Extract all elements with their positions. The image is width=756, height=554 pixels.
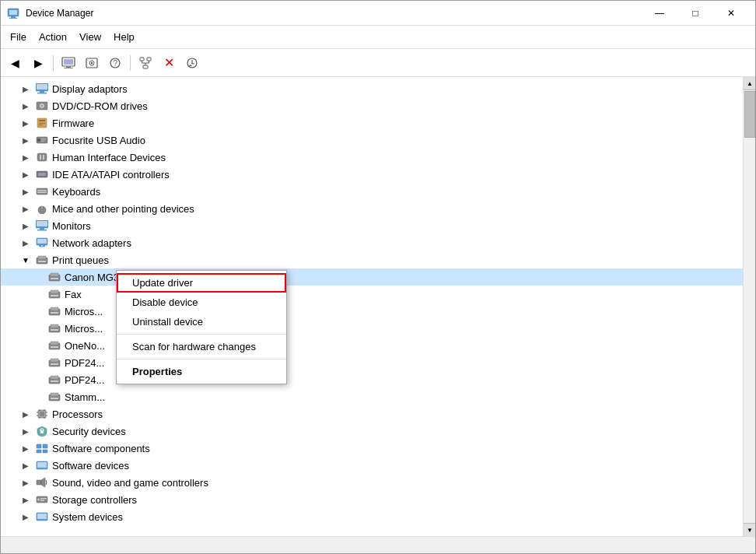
scroll-up[interactable]: ▲ (744, 77, 755, 90)
tree-item-ms-xps[interactable]: ▶ Micros... (1, 320, 743, 337)
network-icon (35, 237, 49, 249)
tree-item-stammtisch[interactable]: ▶ Stamm... (1, 388, 743, 405)
tree-item-onenote[interactable]: ▶ OneNo... (1, 337, 743, 354)
expand-monitors[interactable]: ▶ (19, 219, 32, 232)
toolbar-back[interactable]: ◀ (4, 53, 26, 73)
expand-storage[interactable]: ▶ (19, 493, 32, 506)
menu-file[interactable]: File (4, 28, 33, 46)
expand-network[interactable]: ▶ (19, 237, 32, 249)
tree-item-canon[interactable]: ▶ Canon MG3600 series Printer (Kanie 1) (1, 268, 743, 286)
hid-icon (35, 151, 49, 163)
expand-sound[interactable]: ▶ (19, 476, 32, 489)
expand-software-devices[interactable]: ▶ (19, 459, 32, 472)
label-storage: Storage controllers (52, 494, 137, 506)
tree-item-pdf24[interactable]: ▶ PDF24... (1, 354, 743, 371)
toolbar-help[interactable]: ? (104, 53, 126, 73)
ctx-update-driver[interactable]: Update driver (117, 273, 286, 293)
tree-item-storage[interactable]: ▶ Storage controllers (1, 491, 743, 508)
firmware-icon (35, 117, 49, 129)
tree-item-pdf24-fax[interactable]: ▶ PDF24... (1, 371, 743, 388)
svg-rect-49 (37, 230, 47, 231)
svg-point-70 (57, 310, 58, 311)
svg-point-82 (57, 361, 58, 363)
tree-item-software-components[interactable]: ▶ Software components (1, 440, 743, 457)
tree-item-monitors[interactable]: ▶ Monitors (1, 217, 743, 234)
svg-point-33 (37, 138, 40, 142)
scroll-thumb[interactable] (744, 91, 755, 138)
menu-view[interactable]: View (73, 28, 107, 46)
expand-firmware[interactable]: ▶ (19, 117, 32, 129)
toolbar-show-hidden[interactable] (81, 53, 103, 73)
svg-rect-2 (11, 16, 16, 18)
toolbar-device-manager[interactable] (58, 53, 79, 73)
ctx-uninstall-device[interactable]: Uninstall device (117, 312, 286, 331)
svg-rect-7 (64, 68, 73, 68)
svg-marker-111 (41, 478, 45, 487)
expand-focusrite[interactable]: ▶ (19, 134, 32, 146)
expand-dvd[interactable]: ▶ (19, 100, 32, 112)
label-security: Security devices (52, 426, 126, 437)
window-title: Device Manager (26, 8, 642, 19)
tree-item-processors[interactable]: ▶ Processors (1, 405, 743, 423)
svg-rect-117 (37, 514, 47, 519)
tree-item-print-queues[interactable]: ▼ Print queues (1, 251, 743, 268)
tree-item-sound[interactable]: ▶ Sound, video and game controllers (1, 474, 743, 491)
expand-display-adaptors[interactable]: ▶ (19, 82, 32, 95)
tree-item-fax[interactable]: ▶ Fax (1, 286, 743, 303)
label-system: System devices (52, 511, 123, 523)
expand-hid[interactable]: ▶ (19, 151, 32, 163)
tree-item-system[interactable]: ▶ System devices (1, 508, 743, 525)
tree-item-firmware[interactable]: ▶ Firmware (1, 114, 743, 131)
tree-item-keyboards[interactable]: ▶ Keyboards (1, 183, 743, 200)
expand-mice[interactable]: ▶ (19, 202, 32, 215)
expand-system[interactable]: ▶ (19, 510, 32, 523)
svg-rect-65 (51, 295, 58, 296)
scroll-down[interactable]: ▼ (744, 523, 755, 536)
tree-item-focusrite[interactable]: ▶ Focusrite USB Audio (1, 131, 743, 149)
mice-icon (35, 202, 49, 215)
maximize-button[interactable]: □ (677, 1, 713, 26)
toolbar-delete[interactable]: ✕ (158, 53, 180, 73)
menu-help[interactable]: Help (107, 28, 141, 46)
label-hid: Human Interface Devices (52, 152, 166, 163)
toolbar-update[interactable] (181, 53, 203, 73)
expand-keyboards[interactable]: ▶ (19, 185, 32, 198)
tree-item-hid[interactable]: ▶ Human Interface Devices (1, 149, 743, 166)
toolbar-forward[interactable]: ▶ (27, 53, 49, 73)
expand-print-queues[interactable]: ▼ (19, 254, 32, 266)
content-area: ▶ Display adaptors ▶ DVD/CD-ROM drives ▶… (1, 77, 755, 536)
device-tree[interactable]: ▶ Display adaptors ▶ DVD/CD-ROM drives ▶… (1, 77, 743, 536)
expand-ide[interactable]: ▶ (19, 168, 32, 181)
tree-item-network[interactable]: ▶ Network adapters (1, 234, 743, 251)
ctx-disable-device[interactable]: Disable device (117, 293, 286, 312)
menu-action[interactable]: Action (33, 28, 73, 46)
software-components-icon (35, 442, 49, 454)
focusrite-icon (35, 134, 49, 146)
expand-software-components[interactable]: ▶ (19, 442, 32, 454)
label-ide: IDE ATA/ATAPI controllers (52, 169, 170, 181)
svg-rect-109 (39, 468, 45, 469)
tree-item-display-adaptors[interactable]: ▶ Display adaptors (1, 80, 743, 97)
svg-point-27 (41, 105, 43, 107)
ctx-properties[interactable]: Properties (117, 362, 286, 381)
svg-rect-35 (41, 141, 44, 142)
expand-security[interactable]: ▶ (19, 425, 32, 437)
tree-item-ide[interactable]: ▶ IDE ATA/ATAPI controllers (1, 166, 743, 183)
label-processors: Processors (52, 408, 103, 420)
tree-item-software-devices[interactable]: ▶ Software devices (1, 457, 743, 474)
tree-item-security[interactable]: ▶ Security devices (1, 423, 743, 440)
tree-item-ms-pdf[interactable]: ▶ Micros... (1, 303, 743, 320)
tree-item-dvd[interactable]: ▶ DVD/CD-ROM drives (1, 97, 743, 114)
expand-processors[interactable]: ▶ (19, 408, 32, 420)
scrollbar[interactable]: ▲ ▼ (743, 77, 755, 536)
svg-rect-105 (37, 450, 41, 453)
svg-rect-22 (37, 84, 47, 89)
svg-rect-61 (51, 278, 58, 279)
minimize-button[interactable]: — (642, 1, 677, 26)
tree-item-mice[interactable]: ▶ Mice and other pointing devices (1, 200, 743, 217)
ctx-scan-hardware[interactable]: Scan for hardware changes (117, 337, 286, 356)
svg-rect-69 (51, 312, 58, 314)
toolbar-network[interactable] (135, 53, 156, 73)
close-button[interactable]: ✕ (713, 1, 749, 26)
label-fax: Fax (65, 289, 82, 300)
